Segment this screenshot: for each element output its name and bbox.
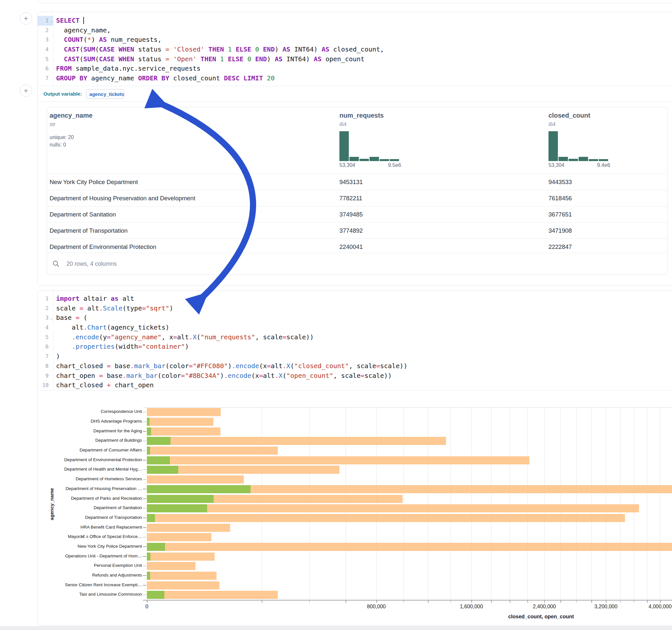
chart-bar-closed [147,581,219,589]
chart-x-tick [428,601,429,603]
code-line[interactable]: 1⌄SELECT [38,16,672,26]
code-line[interactable]: 5 CAST(SUM(CASE WHEN status = 'Open' THE… [38,54,672,64]
chart-bar-open [147,543,165,551]
previous-cell-bottom-edge [37,0,672,3]
cell-num-requests: 9453131 [339,174,363,190]
chart-x-tick [345,601,346,603]
chart-y-label: Department for the Aging [38,429,142,433]
code-line[interactable]: 3 COUNT(*) AS num_requests, [38,35,672,45]
chart-x-tick [606,601,606,603]
histogram-bar [350,157,359,161]
chart-gridline [491,407,491,600]
output-variable-label: Output variable: [44,91,82,97]
column-header-agency-name: agency_name str unique: 20 nulls: 0 [50,112,92,148]
text-cursor [83,17,84,24]
chart-x-tick [451,601,451,603]
chart-y-tick [143,421,146,422]
histogram-closed-count [549,131,610,161]
chart-gridline [544,407,545,600]
output-variable-pill[interactable]: agency_tickets [86,89,124,99]
chart-x-tick [491,601,492,603]
chart-y-tick [143,585,146,586]
chart-gridline [309,407,310,600]
chart-bar-closed [147,428,220,436]
column-stat-unique: unique: 20 [50,135,92,140]
cell-num-requests: 2240041 [339,239,363,255]
chart-bar-open [147,553,150,561]
chart-bar-closed [147,514,625,522]
chart-x-tick-label: 0 [124,604,170,610]
add-cell-button[interactable]: + [20,12,32,25]
chart-gridline [451,407,451,600]
chart-y-tick [143,451,146,451]
chart-y-tick [143,537,146,538]
chart-bar-open [147,428,151,436]
chart-gridline [576,407,577,600]
chart-bar-closed [147,562,195,570]
chart-y-tick [143,517,146,518]
column-stat-nulls: nulls: 0 [50,142,92,148]
histogram-bar [599,159,608,161]
search-icon[interactable] [52,260,60,268]
cell-agency-name: Department of Sanitation [50,207,116,222]
cell-num-requests: 3774892 [339,223,363,239]
sql-code-editor[interactable]: 1⌄SELECT 2 agency_name,3 COUNT(*) AS num… [38,12,672,86]
line-number: 3 [38,35,53,45]
chart-y-label: Department of Health and Mental Hyg… [38,467,142,471]
chart-bar-closed [147,524,230,532]
chart-gridline [634,407,634,600]
histogram-bar [390,159,399,161]
line-number: 2 [38,26,53,35]
histogram-bar [360,159,369,161]
fold-chevron-icon[interactable]: ⌄ [50,16,52,26]
chart-gridline [527,407,528,600]
chart-y-tick [143,441,146,441]
line-number: 5 [38,54,53,64]
chart-x-tick-label: 800,000 [354,604,399,610]
chart-y-tick [143,469,146,470]
page-bottom-strip [0,626,672,630]
chart-y-tick [143,508,146,509]
chart-bar-open [147,466,178,474]
hist-min-label: 53,304 [549,162,565,168]
chart-bar-open [147,418,149,426]
chart-y-label: Mayorâ€ s Office of Special Enforce… [38,534,142,539]
chart-gridline [345,407,346,600]
chart-x-tick [591,601,592,603]
chart-gridline [262,407,262,600]
chart-gridline [647,407,647,600]
chart-y-label: DHS Advantage Programs [38,419,142,423]
chart-bar-closed [147,446,278,455]
chart-bar-open [147,437,170,445]
code-line[interactable]: 2 agency_name, [38,26,672,35]
cell-closed-count: 3471908 [549,223,572,239]
line-number: 7 [38,74,53,83]
table-body: New York City Police Department945313194… [47,174,668,255]
chart-y-tick [143,527,146,528]
chart-y-label: Personal Exemption Unit [38,563,142,568]
chart-bar-open [147,504,207,512]
cell-closed-count: 9443533 [549,174,572,190]
chart-x-tick [660,601,661,603]
code-line[interactable]: 6FROM sample_data.nyc.service_requests [38,64,672,74]
histogram-bar [339,131,349,161]
line-number: 1⌄ [38,16,53,26]
cell-num-requests: 7782211 [339,190,362,206]
cell-closed-count: 7618456 [549,190,572,206]
chart-y-tick [143,479,146,480]
add-cell-button[interactable]: + [20,84,32,97]
code-line[interactable]: 4 CAST(SUM(CASE WHEN status = 'Closed' T… [38,45,672,54]
cell-agency-name: Department of Environmental Protection [50,239,156,255]
chart-y-label: Taxi and Limousine Commission [38,592,142,597]
column-header-closed-count: closed_count i64 53,304 9.4e6 [549,112,620,169]
histogram-bar [369,157,379,161]
output-variable-row: Output variable: agency_tickets [38,86,672,102]
chart-x-tick [471,601,472,603]
cell-agency-name: New York City Police Department [50,174,138,190]
chart-y-tick [143,431,146,432]
chart-bar-closed [147,408,221,416]
hist-max-label: 9.5e6 [388,162,401,168]
histogram-bar [569,159,578,161]
histogram-bar [579,157,588,161]
code-line[interactable]: 7GROUP BY agency_name ORDER BY closed_co… [38,74,672,83]
